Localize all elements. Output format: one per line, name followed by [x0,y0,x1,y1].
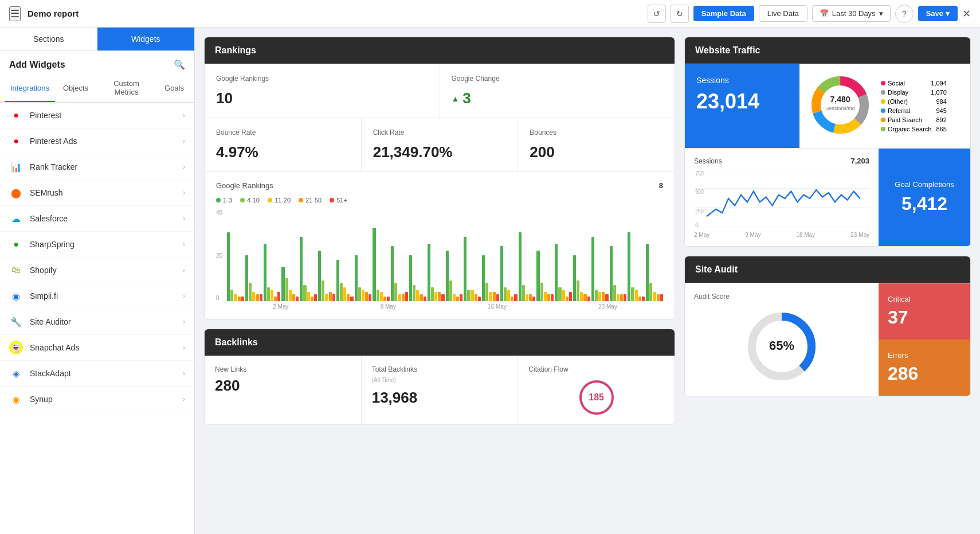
bar-group [428,244,445,301]
bar [449,280,452,301]
chevron-right-icon: › [183,318,185,326]
subtab-goals[interactable]: Goals [159,75,190,102]
bar [238,297,241,301]
bar-group [281,267,299,301]
menu-button[interactable]: ☰ [9,6,21,21]
bar [471,290,474,301]
sidebar-item-label: Pinterest Ads [30,137,77,146]
bar [496,294,499,301]
bar [267,287,270,301]
bar [347,294,350,301]
bar [493,292,496,301]
website-traffic-section: Website Traffic Sessions 23,014 [684,37,971,247]
x-axis-label: 2 May [273,303,288,310]
bar-chart [227,209,663,301]
rankings-section: Rankings Google Rankings 10 Google Chang… [204,37,675,319]
chart-date-label: 2 May [694,232,709,238]
legend-item: 11-20 [268,197,291,204]
service-icon: ● [9,134,23,148]
live-data-button[interactable]: Live Data [759,5,807,22]
bar [245,255,248,301]
errors-value: 286 [888,363,961,384]
search-button[interactable]: 🔍 [174,59,185,70]
sidebar-item-label: SharpSpring [30,240,75,249]
sessions-chart-value: 7,203 [850,157,869,165]
sidebar-item-salesforce[interactable]: ☁ Salesforce › [0,206,194,232]
redo-button[interactable]: ↻ [671,5,689,23]
bar [391,246,394,301]
sidebar-item-rank-tracker[interactable]: 📊 Rank Tracker › [0,154,194,180]
legend-item: 1-3 [216,197,232,204]
sidebar-item-shopify[interactable]: 🛍 Shopify › [0,258,194,283]
sidebar-header: Add Widgets 🔍 [0,51,194,75]
bar [230,290,233,301]
bar [649,283,652,301]
svg-text:Sessions/mo: Sessions/mo [825,106,855,111]
bar-group [646,244,663,301]
date-range-button[interactable]: 📅 Last 30 Days ▾ [812,5,891,22]
bar [336,260,339,301]
google-change-label: Google Change [452,75,664,83]
sidebar-item-stackadapt[interactable]: ◈ StackAdapt › [0,361,194,387]
chevron-right-icon: › [183,344,185,352]
sidebar-item-label: Simpli.fi [30,291,58,301]
bar [314,294,317,301]
bar-group [300,237,317,301]
bar [514,294,517,301]
google-rankings-value: 10 [216,89,428,107]
tab-widgets[interactable]: Widgets [97,28,195,50]
bar [446,251,449,301]
bounce-rate-value: 4.97% [216,143,350,161]
bar-group [446,251,463,301]
sidebar-item-snapchat-ads[interactable]: 👻 Snapchat Ads › [0,335,194,361]
bar-group [318,251,335,301]
bar [424,297,426,301]
google-rankings-card: Google Rankings 10 [205,64,440,118]
donut-legend-item: Paid Search892 [881,116,947,123]
bar [522,285,525,301]
donut-legend-item: Referral945 [881,107,947,114]
bar [252,292,255,301]
bar [241,297,244,301]
sidebar-item-semrush[interactable]: ⬤ SEMrush › [0,180,194,206]
bar [285,278,288,301]
bar [519,232,522,301]
bar [402,294,405,301]
bounces-value: 200 [530,143,663,161]
line-chart: 750 500 250 0 [694,170,869,227]
total-backlinks-value: 13,968 [372,389,508,407]
bar [394,283,397,301]
subtab-custom-metrics[interactable]: Custom Metrics [96,75,156,102]
critical-label: Critical [888,295,961,303]
chart-dates: 2 May9 May16 May23 May [694,232,869,238]
subtab-objects[interactable]: Objects [57,75,94,102]
sidebar-item-simpli.fi[interactable]: ◉ Simpli.fi › [0,283,194,309]
google-rankings-chart-card: Google Rankings 8 1-34-1011-2021-5051+ 4… [205,171,675,319]
svg-text:500: 500 [695,189,704,196]
svg-text:7,480: 7,480 [830,95,850,104]
bar-group [464,237,481,301]
sample-data-button[interactable]: Sample Data [693,6,754,21]
service-icon: ⬤ [9,186,23,200]
site-audit-header: Site Audit [685,256,970,283]
sidebar-item-site-auditor[interactable]: 🔧 Site Auditor › [0,309,194,335]
subtab-integrations[interactable]: Integrations [5,75,55,102]
sessions-chart-card: Sessions 7,203 750 500 250 [685,149,879,246]
bar [547,294,550,301]
sidebar-item-pinterest[interactable]: ● Pinterest › [0,103,194,128]
undo-button[interactable]: ↺ [648,5,666,23]
sidebar-item-pinterest-ads[interactable]: ● Pinterest Ads › [0,128,194,154]
sidebar-item-synup[interactable]: ◉ Synup › [0,387,194,412]
bounces-label: Bounces [530,128,663,137]
tab-sections[interactable]: Sections [0,28,97,50]
bar [657,294,660,301]
svg-text:250: 250 [695,208,704,215]
chart-date-label: 9 May [745,232,761,238]
errors-label: Errors [888,351,961,360]
bar [478,297,481,301]
sidebar-item-sharpspring[interactable]: ● SharpSpring › [0,232,194,258]
help-button[interactable]: ? [895,5,914,23]
bar [573,255,576,301]
save-button[interactable]: Save ▾ [918,6,958,21]
close-button[interactable]: ✕ [962,7,971,20]
